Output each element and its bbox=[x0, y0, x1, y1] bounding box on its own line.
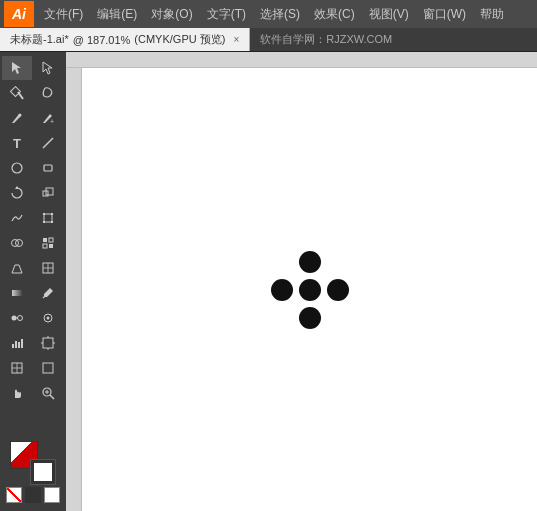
tab-active[interactable]: 未标题-1.ai* @ 187.01% (CMYK/GPU 预览) × bbox=[0, 28, 250, 51]
tool-bar-graph[interactable] bbox=[2, 331, 32, 355]
tool-row-8 bbox=[2, 231, 64, 255]
svg-marker-9 bbox=[15, 186, 19, 189]
svg-rect-12 bbox=[44, 214, 52, 222]
dots-pattern bbox=[268, 248, 352, 332]
svg-rect-8 bbox=[44, 165, 52, 171]
svg-text:+: + bbox=[50, 118, 54, 125]
svg-rect-46 bbox=[43, 363, 53, 373]
dot-bot-right bbox=[324, 304, 352, 332]
tool-warp[interactable] bbox=[2, 206, 32, 230]
tool-eraser[interactable] bbox=[33, 156, 63, 180]
tool-selection[interactable] bbox=[2, 56, 32, 80]
artboard bbox=[82, 68, 537, 511]
stroke-color-box[interactable] bbox=[30, 459, 56, 485]
tool-scale[interactable] bbox=[33, 181, 63, 205]
menu-file[interactable]: 文件(F) bbox=[38, 4, 89, 25]
menu-object[interactable]: 对象(O) bbox=[145, 4, 198, 25]
dot-circle bbox=[299, 279, 321, 301]
black-swatch[interactable] bbox=[25, 487, 41, 503]
tool-lasso[interactable] bbox=[33, 81, 63, 105]
svg-rect-37 bbox=[21, 339, 23, 348]
tool-row-14 bbox=[2, 381, 64, 405]
tool-free-transform[interactable] bbox=[33, 206, 63, 230]
svg-rect-35 bbox=[15, 341, 17, 348]
tool-placeholder[interactable] bbox=[33, 356, 63, 380]
tool-row-9 bbox=[2, 256, 64, 280]
tool-row-11 bbox=[2, 306, 64, 330]
main-layout: + T bbox=[0, 52, 537, 511]
dot-circle bbox=[299, 307, 321, 329]
tab-secondary: 软件自学网：RJZXW.COM bbox=[250, 28, 402, 51]
tool-hand[interactable] bbox=[2, 381, 32, 405]
tool-direct-selection[interactable] bbox=[33, 56, 63, 80]
svg-rect-34 bbox=[12, 344, 14, 348]
menu-effect[interactable]: 效果(C) bbox=[308, 4, 361, 25]
tool-row-12 bbox=[2, 331, 64, 355]
tool-rotate[interactable] bbox=[2, 181, 32, 205]
tab-label: 未标题-1.ai* bbox=[10, 32, 69, 47]
color-box bbox=[2, 437, 64, 507]
tool-row-5 bbox=[2, 156, 64, 180]
svg-marker-23 bbox=[12, 265, 22, 273]
tab-zoom: @ 187.01% bbox=[73, 34, 131, 46]
tool-add-anchor[interactable]: + bbox=[33, 106, 63, 130]
svg-point-7 bbox=[12, 163, 22, 173]
tool-perspective[interactable] bbox=[2, 256, 32, 280]
tool-type[interactable]: T bbox=[2, 131, 32, 155]
stroke-fill-area[interactable] bbox=[10, 441, 56, 485]
tool-magic-wand[interactable] bbox=[2, 81, 32, 105]
tool-row-3: + bbox=[2, 106, 64, 130]
dot-circle bbox=[327, 279, 349, 301]
canvas-area[interactable] bbox=[66, 52, 537, 511]
tool-pen[interactable] bbox=[2, 106, 32, 130]
ai-logo: Ai bbox=[4, 1, 34, 27]
svg-rect-27 bbox=[12, 290, 22, 296]
menu-window[interactable]: 窗口(W) bbox=[417, 4, 472, 25]
tool-zoom[interactable] bbox=[33, 381, 63, 405]
tool-ellipse[interactable] bbox=[2, 156, 32, 180]
tool-artboard[interactable] bbox=[33, 331, 63, 355]
dot-top-center bbox=[296, 248, 324, 276]
tool-symbol[interactable] bbox=[33, 306, 63, 330]
svg-point-30 bbox=[18, 316, 23, 321]
menu-edit[interactable]: 编辑(E) bbox=[91, 4, 143, 25]
svg-rect-16 bbox=[51, 221, 53, 223]
tool-row-2 bbox=[2, 81, 64, 105]
tool-live-paint[interactable] bbox=[33, 231, 63, 255]
tool-row-7 bbox=[2, 206, 64, 230]
tab-close-button[interactable]: × bbox=[233, 34, 239, 45]
tool-shape-builder[interactable] bbox=[2, 231, 32, 255]
svg-rect-19 bbox=[43, 238, 47, 242]
tool-blend[interactable] bbox=[2, 306, 32, 330]
svg-point-29 bbox=[12, 316, 17, 321]
svg-rect-38 bbox=[43, 338, 53, 348]
tab-secondary-label: 软件自学网：RJZXW.COM bbox=[260, 32, 392, 47]
menu-type[interactable]: 文字(T) bbox=[201, 4, 252, 25]
menu-help[interactable]: 帮助 bbox=[474, 4, 510, 25]
tool-eyedropper[interactable] bbox=[33, 281, 63, 305]
svg-line-6 bbox=[43, 138, 53, 148]
title-bar: Ai 文件(F) 编辑(E) 对象(O) 文字(T) 选择(S) 效果(C) 视… bbox=[0, 0, 537, 28]
tool-row-4: T bbox=[2, 131, 64, 155]
svg-rect-21 bbox=[43, 244, 47, 248]
tab-mode: (CMYK/GPU 预览) bbox=[134, 32, 225, 47]
stroke-color-inner bbox=[31, 460, 55, 484]
dot-mid-right bbox=[324, 276, 352, 304]
tool-line[interactable] bbox=[33, 131, 63, 155]
toolbar: + T bbox=[0, 52, 66, 511]
dot-top-left bbox=[268, 248, 296, 276]
svg-point-4 bbox=[19, 114, 22, 117]
tool-row-6 bbox=[2, 181, 64, 205]
menu-select[interactable]: 选择(S) bbox=[254, 4, 306, 25]
menu-view[interactable]: 视图(V) bbox=[363, 4, 415, 25]
dot-circle bbox=[271, 279, 293, 301]
tool-mesh[interactable] bbox=[33, 256, 63, 280]
white-swatch[interactable] bbox=[44, 487, 60, 503]
none-swatch[interactable] bbox=[6, 487, 22, 503]
svg-rect-22 bbox=[49, 244, 53, 248]
svg-rect-14 bbox=[51, 213, 53, 215]
tool-row-1 bbox=[2, 56, 64, 80]
dot-mid-center bbox=[296, 276, 324, 304]
tool-gradient[interactable] bbox=[2, 281, 32, 305]
tool-slice[interactable] bbox=[2, 356, 32, 380]
